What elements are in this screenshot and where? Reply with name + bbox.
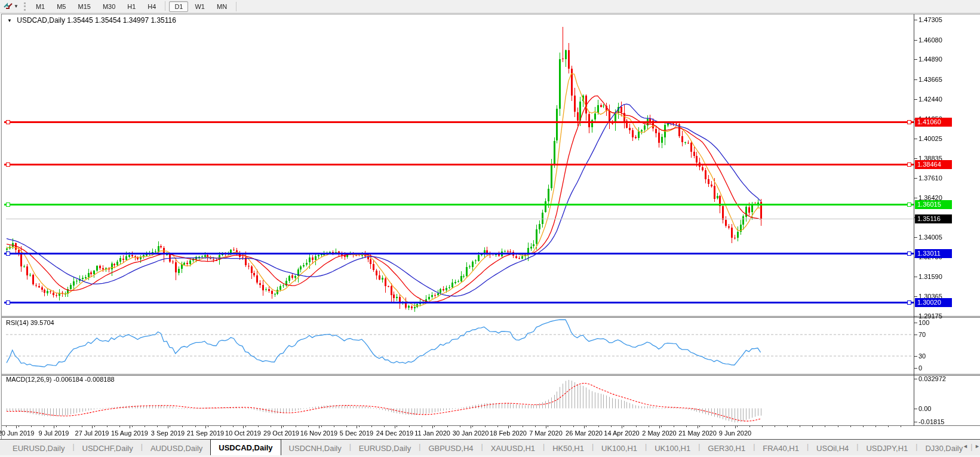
tab-usdchf-daily[interactable]: USDCHF,Daily bbox=[75, 441, 141, 455]
tab-scroll-left-icon[interactable]: ◄ bbox=[963, 443, 968, 449]
rsi-axis-tick: 0 bbox=[918, 364, 922, 372]
tab-audusd-daily[interactable]: AUDUSD,Daily bbox=[143, 441, 210, 455]
time-axis-label: 9 Jun 2020 bbox=[719, 430, 751, 437]
timeframe-button-d1[interactable]: D1 bbox=[169, 1, 188, 12]
price-axis-tick: 1.34005 bbox=[918, 234, 942, 241]
time-axis-label: 21 May 2020 bbox=[678, 430, 717, 437]
rsi-indicator-label: RSI(14) 39.5704 bbox=[6, 319, 54, 326]
price-axis-tick: 1.44890 bbox=[918, 56, 942, 63]
tab-eurusd-daily[interactable]: EURUSD,Daily bbox=[351, 441, 419, 455]
time-axis-label: 2 May 2020 bbox=[642, 430, 676, 437]
rsi-value: 39.5704 bbox=[30, 319, 54, 326]
tab-gbpusd-h4[interactable]: GBPUSD,H4 bbox=[420, 441, 481, 455]
time-axis-label: 5 Dec 2019 bbox=[340, 430, 373, 437]
price-axis-tick: 1.47305 bbox=[918, 16, 942, 23]
time-axis-label: 24 Dec 2019 bbox=[376, 430, 413, 437]
price-line-label: 1.33011 bbox=[915, 249, 952, 258]
time-axis-label: 21 Sep 2019 bbox=[187, 430, 224, 437]
timeframe-button-m5[interactable]: M5 bbox=[51, 1, 71, 12]
macd-indicator-label: MACD(12,26,9) -0.006184 -0.008188 bbox=[6, 376, 115, 383]
tab-hk50-h1[interactable]: HK50,H1 bbox=[545, 441, 592, 455]
tab-fra40-h1[interactable]: FRA40,H1 bbox=[755, 441, 807, 455]
price-axis-tick: 1.43665 bbox=[918, 76, 942, 83]
timeframe-button-w1[interactable]: W1 bbox=[189, 1, 210, 12]
time-axis-label: 14 Apr 2020 bbox=[604, 430, 639, 437]
axis-overlay: 1.473051.460801.448901.436651.424401.412… bbox=[0, 0, 980, 457]
timeframe-button-mn[interactable]: MN bbox=[211, 1, 232, 12]
tab-scroll-right-icon[interactable]: ► bbox=[975, 443, 980, 449]
chart-title: ▼ USDCAD,Daily 1.35445 1.35454 1.34997 1… bbox=[7, 16, 176, 24]
price-axis-tick: 1.31590 bbox=[918, 273, 942, 280]
rsi-axis-tick: 70 bbox=[918, 331, 926, 338]
time-axis-label: 7 Mar 2020 bbox=[529, 430, 563, 437]
tab-usdcad-daily[interactable]: USDCAD,Daily bbox=[210, 439, 281, 455]
rsi-axis-tick: 100 bbox=[918, 319, 929, 326]
tab-xauusd-h1[interactable]: XAUUSD,H1 bbox=[483, 441, 543, 455]
price-axis-tick: 1.46080 bbox=[918, 36, 942, 44]
price-axis-tick: 1.37610 bbox=[918, 174, 942, 182]
price-line-label: 1.38464 bbox=[915, 160, 952, 169]
macd-values: -0.006184 -0.008188 bbox=[53, 376, 114, 383]
time-axis-label: 9 Jul 2019 bbox=[39, 430, 69, 437]
dropdown-caret-icon[interactable]: ▼ bbox=[14, 4, 19, 9]
price-axis-tick: 1.40025 bbox=[918, 135, 942, 142]
price-axis-tick: 1.42440 bbox=[918, 96, 942, 103]
time-axis-label: 26 Mar 2020 bbox=[566, 430, 603, 437]
tab-usdcnh-daily[interactable]: USDCNH,Daily bbox=[281, 441, 349, 455]
macd-axis-tick: 0.00 bbox=[918, 405, 931, 412]
chart-profiles-icon[interactable] bbox=[2, 2, 14, 11]
macd-axis-tick: 0.032972 bbox=[918, 375, 946, 382]
chart-tab-bar: EURUSD,Daily|USDCHF,Daily|AUDUSD,DailyUS… bbox=[0, 439, 980, 455]
tab-eurusd-daily[interactable]: EURUSD,Daily bbox=[5, 441, 72, 455]
time-axis-label: 18 Feb 2020 bbox=[490, 430, 527, 437]
rsi-axis-tick: 30 bbox=[918, 352, 926, 360]
timeframe-button-h4[interactable]: H4 bbox=[142, 1, 161, 12]
current-price-label: 1.35116 bbox=[915, 214, 952, 223]
timeframe-toolbar: ▼ M1M5M15M30H1H4D1W1MN bbox=[0, 0, 980, 13]
time-axis-label: 29 Oct 2019 bbox=[263, 430, 299, 437]
rsi-name: RSI(14) bbox=[6, 319, 29, 326]
time-axis-label: 15 Aug 2019 bbox=[111, 430, 148, 437]
time-axis-label: 3 Sep 2019 bbox=[151, 430, 185, 437]
timeframe-buttons: M1M5M15M30H1H4D1W1MN bbox=[30, 1, 233, 12]
price-line-label: 1.36015 bbox=[915, 200, 952, 209]
tab-uk100-h1[interactable]: UK100,H1 bbox=[594, 441, 645, 455]
time-axis-label: 20 Jun 2019 bbox=[0, 430, 34, 437]
time-axis-label: 11 Jan 2020 bbox=[414, 430, 450, 437]
tab-usoil-h4[interactable]: USOil,H4 bbox=[809, 441, 856, 455]
one-click-collapse-icon[interactable]: ▼ bbox=[7, 18, 12, 23]
timeframe-button-m30[interactable]: M30 bbox=[97, 1, 121, 12]
timeframe-button-h1[interactable]: H1 bbox=[122, 1, 141, 12]
toolbar-drag-handle[interactable] bbox=[24, 2, 26, 11]
time-axis-label: 10 Oct 2019 bbox=[225, 430, 261, 437]
time-axis-label: 16 Nov 2019 bbox=[300, 430, 337, 437]
time-axis-label: 30 Jan 2020 bbox=[453, 430, 489, 437]
timeframe-button-m1[interactable]: M1 bbox=[30, 1, 50, 12]
toolbar-separator bbox=[236, 2, 236, 11]
toolbar-separator bbox=[165, 1, 165, 11]
tab-usdjpy-h1[interactable]: USDJPY,H1 bbox=[858, 441, 916, 455]
tab-ger30-h1[interactable]: GER30,H1 bbox=[700, 441, 753, 455]
tab-separator: | bbox=[970, 443, 972, 451]
chart-quote-values: 1.35445 1.35454 1.34997 1.35116 bbox=[67, 16, 176, 24]
price-line-label: 1.41060 bbox=[915, 118, 952, 127]
macd-axis-tick: -0.01815 bbox=[918, 418, 944, 425]
timeframe-button-m15[interactable]: M15 bbox=[72, 1, 96, 12]
tab-uk100-h1[interactable]: UK100,H1 bbox=[647, 441, 698, 455]
chart-symbol-period: USDCAD,Daily bbox=[17, 16, 65, 24]
macd-name: MACD(12,26,9) bbox=[6, 376, 51, 383]
price-line-label: 1.30020 bbox=[915, 298, 952, 307]
time-axis-label: 27 Jul 2019 bbox=[75, 430, 109, 437]
